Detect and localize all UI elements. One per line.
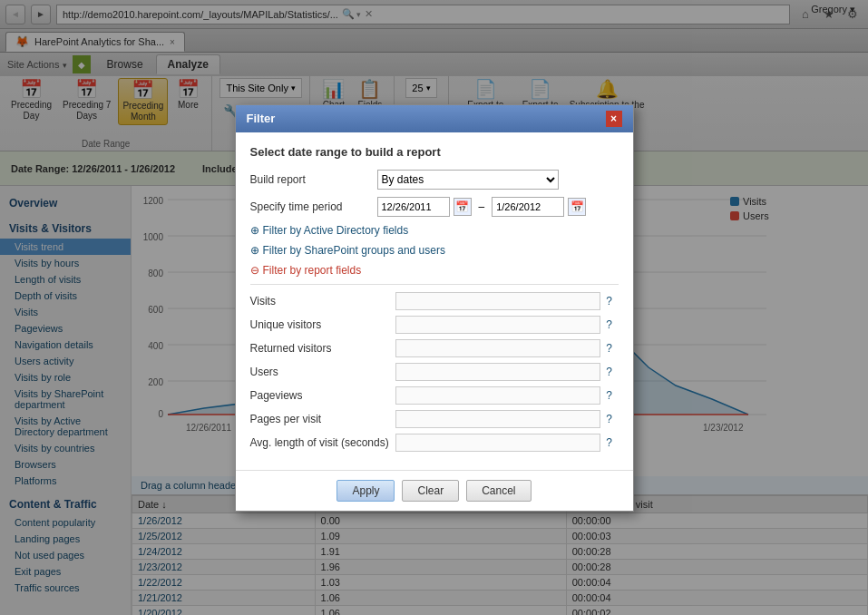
time-period-label: Specify time period bbox=[250, 200, 368, 213]
field-label-avg-length: Avg. length of visit (seconds) bbox=[250, 436, 395, 449]
field-help-pages-per-visit[interactable]: ? bbox=[600, 413, 619, 425]
field-label-pages-per-visit: Pages per visit bbox=[250, 413, 395, 425]
report-fields-section: Visits ? Unique visitors ? Returned visi… bbox=[250, 284, 619, 452]
modal-header: Filter × bbox=[236, 105, 633, 132]
date-range-inputs: 📅 – 📅 bbox=[377, 197, 587, 217]
sp-expand-icon: ⊕ bbox=[250, 244, 259, 257]
build-report-label: Build report bbox=[250, 173, 368, 186]
filter-report-fields[interactable]: ⊖ Filter by report fields bbox=[250, 264, 619, 277]
field-help-visits[interactable]: ? bbox=[600, 295, 619, 308]
field-input-pageviews[interactable] bbox=[395, 386, 600, 405]
field-row-pages-per-visit: Pages per visit ? bbox=[250, 410, 619, 428]
field-label-pageviews: Pageviews bbox=[250, 389, 395, 402]
field-label-unique-visitors: Unique visitors bbox=[250, 318, 395, 331]
field-input-avg-length[interactable] bbox=[395, 434, 600, 452]
field-label-visits: Visits bbox=[250, 295, 395, 308]
start-date-input[interactable] bbox=[377, 197, 450, 217]
field-label-returned-visitors: Returned visitors bbox=[250, 342, 395, 355]
modal-overlay: Filter × Select date range to build a re… bbox=[0, 0, 868, 615]
build-report-select[interactable]: By dates By weeks By months bbox=[377, 170, 559, 190]
field-help-avg-length[interactable]: ? bbox=[600, 436, 619, 449]
field-input-returned-visitors[interactable] bbox=[395, 339, 600, 357]
field-row-users: Users ? bbox=[250, 363, 619, 381]
modal-close-button[interactable]: × bbox=[606, 111, 622, 127]
field-input-visits[interactable] bbox=[395, 292, 600, 310]
field-row-pageviews: Pageviews ? bbox=[250, 386, 619, 405]
ad-filter-label: Filter by Active Directory fields bbox=[263, 224, 409, 237]
field-input-users[interactable] bbox=[395, 363, 600, 381]
field-help-returned-visitors[interactable]: ? bbox=[600, 342, 619, 355]
modal-footer: Apply Clear Cancel bbox=[236, 470, 633, 511]
field-help-users[interactable]: ? bbox=[600, 366, 619, 378]
field-row-returned-visitors: Returned visitors ? bbox=[250, 339, 619, 357]
apply-button[interactable]: Apply bbox=[336, 480, 395, 502]
date-separator: – bbox=[479, 200, 485, 213]
field-row-unique-visitors: Unique visitors ? bbox=[250, 316, 619, 334]
rf-expand-icon: ⊖ bbox=[250, 264, 259, 277]
filter-modal: Filter × Select date range to build a re… bbox=[235, 104, 634, 512]
filter-sharepoint-groups[interactable]: ⊕ Filter by SharePoint groups and users bbox=[250, 244, 619, 257]
field-row-visits: Visits ? bbox=[250, 292, 619, 310]
build-report-row: Build report By dates By weeks By months bbox=[250, 170, 619, 190]
modal-body: Select date range to build a report Buil… bbox=[236, 132, 633, 470]
modal-section-title: Select date range to build a report bbox=[250, 145, 619, 159]
field-row-avg-length: Avg. length of visit (seconds) ? bbox=[250, 434, 619, 452]
field-help-pageviews[interactable]: ? bbox=[600, 389, 619, 402]
start-date-calendar[interactable]: 📅 bbox=[454, 198, 472, 216]
end-date-calendar[interactable]: 📅 bbox=[568, 198, 586, 216]
field-input-pages-per-visit[interactable] bbox=[395, 410, 600, 428]
end-date-input[interactable] bbox=[492, 197, 564, 217]
modal-title: Filter bbox=[247, 112, 276, 125]
field-help-unique-visitors[interactable]: ? bbox=[600, 318, 619, 331]
sp-filter-label: Filter by SharePoint groups and users bbox=[263, 244, 445, 257]
time-period-row: Specify time period 📅 – 📅 bbox=[250, 197, 619, 217]
rf-filter-label: Filter by report fields bbox=[263, 264, 362, 277]
filter-active-directory[interactable]: ⊕ Filter by Active Directory fields bbox=[250, 224, 619, 237]
field-label-users: Users bbox=[250, 366, 395, 378]
cancel-button[interactable]: Cancel bbox=[466, 480, 531, 502]
field-input-unique-visitors[interactable] bbox=[395, 316, 600, 334]
clear-button[interactable]: Clear bbox=[402, 480, 459, 502]
ad-expand-icon: ⊕ bbox=[250, 224, 259, 237]
